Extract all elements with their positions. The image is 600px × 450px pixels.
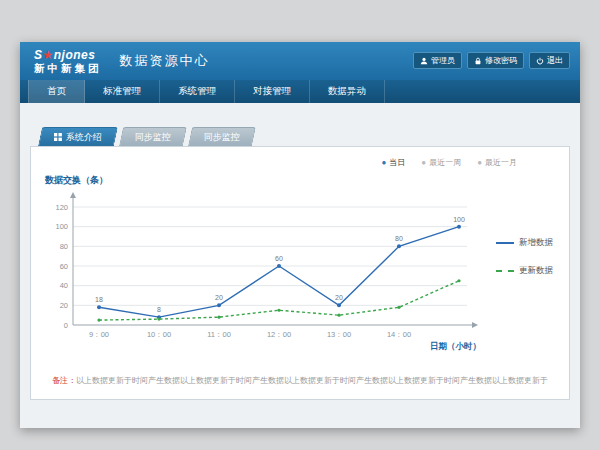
- line-sample-dashed: [496, 270, 514, 272]
- legend-item-new-data: 新增数据: [496, 237, 559, 249]
- svg-text:13：00: 13：00: [327, 330, 351, 339]
- tab-sync-monitor-2[interactable]: 同步监控: [188, 127, 256, 146]
- footnote-prefix: 备注：: [52, 376, 76, 385]
- logout-button[interactable]: 退出: [529, 52, 570, 69]
- nav-item-home[interactable]: 首页: [28, 80, 85, 103]
- app-header: S★njones 新中新集团 数据资源中心 管理员 修改密码 退出: [20, 42, 580, 80]
- tab-sync-monitor-1[interactable]: 同步监控: [119, 127, 187, 146]
- svg-text:14：00: 14：00: [387, 330, 411, 339]
- change-password-button[interactable]: 修改密码: [467, 52, 524, 69]
- admin-user-label: 管理员: [431, 55, 455, 66]
- svg-text:20: 20: [215, 294, 223, 301]
- tab-label: 同步监控: [204, 131, 240, 144]
- svg-text:11：00: 11：00: [207, 330, 231, 339]
- page-title: 数据资源中心: [120, 52, 210, 70]
- app-window: S★njones 新中新集团 数据资源中心 管理员 修改密码 退出 首页 标准管…: [20, 42, 580, 428]
- svg-text:18: 18: [95, 296, 103, 303]
- admin-user-button[interactable]: 管理员: [413, 52, 462, 69]
- svg-text:120: 120: [55, 203, 68, 212]
- line-sample-solid: [496, 242, 514, 244]
- content-area: 系统介绍 同步监控 同步监控 ●当日 ●最近一周 ●最近一月 数据交换（条） 0…: [20, 103, 580, 428]
- tab-label: 同步监控: [135, 131, 171, 144]
- filter-last-week[interactable]: ●最近一周: [421, 157, 461, 168]
- legend-item-updated-data: 更新数据: [496, 265, 559, 277]
- svg-text:12：00: 12：00: [267, 330, 291, 339]
- svg-text:40: 40: [60, 281, 68, 290]
- dot-icon: ●: [477, 159, 482, 167]
- nav-item-standard-mgmt[interactable]: 标准管理: [85, 80, 160, 103]
- lock-icon: [474, 57, 482, 65]
- legend-label: 更新数据: [519, 265, 553, 277]
- svg-text:8: 8: [157, 306, 161, 313]
- svg-text:80: 80: [60, 242, 68, 251]
- change-password-label: 修改密码: [485, 55, 517, 66]
- company-name: 新中新集团: [34, 63, 102, 74]
- svg-text:100: 100: [55, 222, 68, 231]
- logout-label: 退出: [547, 55, 563, 66]
- nav-item-data-change[interactable]: 数据异动: [310, 80, 385, 103]
- person-icon: [420, 57, 428, 65]
- svg-text:日期（小时）: 日期（小时）: [430, 341, 481, 351]
- power-icon: [536, 57, 544, 65]
- tab-system-intro[interactable]: 系统介绍: [38, 127, 118, 146]
- svg-text:100: 100: [453, 216, 465, 223]
- logo-wordmark: S★njones: [34, 49, 102, 61]
- tab-bar: 系统介绍 同步监控 同步监控: [40, 127, 580, 146]
- svg-text:9：00: 9：00: [89, 330, 109, 339]
- main-nav: 首页 标准管理 系统管理 对接管理 数据异动: [20, 80, 580, 103]
- logo-star-icon: ★: [43, 48, 54, 62]
- nav-item-system-mgmt[interactable]: 系统管理: [160, 80, 235, 103]
- company-logo: S★njones 新中新集团: [34, 49, 102, 74]
- svg-text:60: 60: [60, 262, 68, 271]
- chart-series-legend: 新增数据 更新数据: [496, 237, 559, 359]
- svg-text:10：00: 10：00: [147, 330, 171, 339]
- y-axis-title: 数据交换（条）: [45, 174, 559, 187]
- nav-item-connection-mgmt[interactable]: 对接管理: [235, 80, 310, 103]
- svg-text:80: 80: [395, 235, 403, 242]
- legend-label: 新增数据: [519, 237, 553, 249]
- chart-panel: ●当日 ●最近一周 ●最近一月 数据交换（条） 0204060801001209…: [30, 146, 570, 400]
- chart-row: 0204060801001209：0010：0011：0012：0013：001…: [41, 189, 559, 359]
- svg-text:0: 0: [64, 321, 68, 330]
- svg-text:60: 60: [275, 255, 283, 262]
- header-actions: 管理员 修改密码 退出: [413, 52, 570, 69]
- desktop-background: { "header": { "logo": { "part1": "S", "s…: [0, 0, 600, 450]
- tab-label: 系统介绍: [66, 131, 102, 144]
- grid-icon: [54, 133, 62, 141]
- time-filter-legend: ●当日 ●最近一周 ●最近一月: [41, 157, 517, 168]
- dot-icon: ●: [421, 159, 426, 167]
- filter-last-month[interactable]: ●最近一月: [477, 157, 517, 168]
- svg-text:20: 20: [60, 301, 68, 310]
- svg-text:20: 20: [335, 294, 343, 301]
- filter-today[interactable]: ●当日: [381, 157, 405, 168]
- line-chart: 0204060801001209：0010：0011：0012：0013：001…: [41, 189, 496, 359]
- dot-icon: ●: [381, 159, 386, 167]
- footnote: 备注：以上数据更新于时间产生数据以上数据更新于时间产生数据以上数据更新于时间产生…: [41, 375, 559, 386]
- footnote-text: 以上数据更新于时间产生数据以上数据更新于时间产生数据以上数据更新于时间产生数据以…: [76, 376, 548, 385]
